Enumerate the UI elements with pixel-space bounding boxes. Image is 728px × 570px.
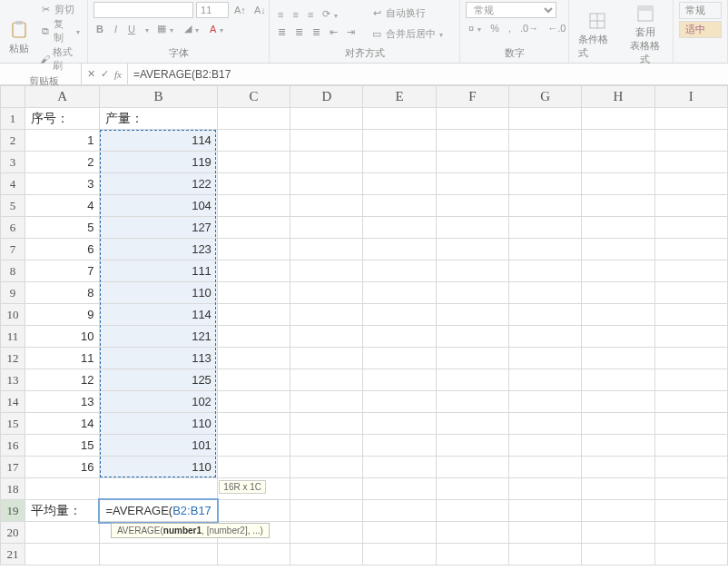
cell-G14[interactable] [509, 391, 582, 413]
row-header-17[interactable]: 17 [1, 457, 25, 478]
row-header-20[interactable]: 20 [1, 522, 25, 544]
cell-C16[interactable] [217, 435, 290, 457]
cell-I8[interactable] [654, 260, 727, 282]
table-format-button[interactable]: 套用 表格格式 [623, 2, 667, 68]
cell-G3[interactable] [509, 152, 582, 173]
increase-font-button[interactable]: A↑ [231, 3, 249, 17]
cell-A9[interactable]: 8 [25, 282, 99, 304]
cell-G5[interactable] [509, 195, 582, 217]
cell-F20[interactable] [436, 522, 508, 544]
cell-F13[interactable] [436, 369, 508, 391]
select-all-corner[interactable] [1, 86, 25, 108]
cell-H3[interactable] [582, 152, 654, 173]
cell-C11[interactable] [217, 326, 290, 348]
cell-B21[interactable] [100, 544, 217, 565]
cell-F10[interactable] [436, 304, 508, 326]
cell-H11[interactable] [582, 326, 654, 348]
cell-F2[interactable] [436, 130, 508, 152]
cell-I3[interactable] [654, 152, 727, 173]
cell-C7[interactable] [217, 239, 290, 260]
cell-H9[interactable] [582, 282, 654, 304]
align-middle-button[interactable]: ≡ [290, 6, 300, 22]
cell-G8[interactable] [509, 260, 582, 282]
merge-center-button[interactable]: ▭ 合并后居中 [367, 25, 446, 43]
cell-E21[interactable] [363, 544, 436, 565]
cell-D3[interactable] [290, 152, 363, 173]
cell-D2[interactable] [290, 130, 363, 152]
align-center-button[interactable]: ≣ [292, 25, 306, 40]
cell-F1[interactable] [436, 108, 508, 130]
cell-F17[interactable] [436, 457, 508, 478]
column-header-H[interactable]: H [582, 86, 654, 108]
cell-H14[interactable] [582, 391, 654, 413]
cell-A10[interactable]: 9 [25, 304, 99, 326]
cell-G15[interactable] [509, 413, 582, 435]
cell-D21[interactable] [290, 544, 363, 565]
row-header-6[interactable]: 6 [1, 217, 25, 239]
percent-button[interactable]: % [487, 21, 502, 35]
cell-B8[interactable]: 111 [100, 260, 217, 282]
cell-B9[interactable]: 110 [100, 282, 217, 304]
cell-I18[interactable] [654, 478, 727, 500]
cell-B18[interactable] [100, 478, 217, 500]
cell-H17[interactable] [582, 457, 654, 478]
column-header-E[interactable]: E [363, 86, 436, 108]
row-header-14[interactable]: 14 [1, 391, 25, 413]
cell-B1[interactable]: 产量： [100, 108, 217, 130]
cell-F15[interactable] [436, 413, 508, 435]
cell-A11[interactable]: 10 [25, 326, 99, 348]
row-header-11[interactable]: 11 [1, 326, 25, 348]
cell-B11[interactable]: 121 [100, 326, 217, 348]
cell-H12[interactable] [582, 348, 654, 369]
cell-A6[interactable]: 5 [25, 217, 99, 239]
cell-E19[interactable] [363, 500, 436, 522]
cell-G2[interactable] [509, 130, 582, 152]
cell-H2[interactable] [582, 130, 654, 152]
underline-button[interactable]: U [125, 22, 138, 36]
column-header-A[interactable]: A [25, 86, 99, 108]
cell-G9[interactable] [509, 282, 582, 304]
cell-A1[interactable]: 序号： [25, 108, 99, 130]
cell-F11[interactable] [436, 326, 508, 348]
cell-A18[interactable] [25, 478, 99, 500]
row-header-3[interactable]: 3 [1, 152, 25, 173]
row-header-9[interactable]: 9 [1, 282, 25, 304]
cell-H10[interactable] [582, 304, 654, 326]
column-header-B[interactable]: B [100, 86, 217, 108]
cell-A19[interactable]: 平均量： [25, 500, 99, 522]
decrease-font-button[interactable]: A↓ [251, 3, 269, 17]
cell-F6[interactable] [436, 217, 508, 239]
cell-G20[interactable] [509, 522, 582, 544]
indent-dec-button[interactable]: ⇤ [327, 25, 340, 40]
cell-B19[interactable]: =AVERAGE(B2:B17 [100, 500, 217, 522]
cell-D9[interactable] [290, 282, 363, 304]
cell-E16[interactable] [363, 435, 436, 457]
cell-A17[interactable]: 16 [25, 457, 99, 478]
column-header-C[interactable]: C [217, 86, 290, 108]
row-header-5[interactable]: 5 [1, 195, 25, 217]
cell-G11[interactable] [509, 326, 582, 348]
style-normal[interactable]: 常规 [679, 2, 722, 19]
cell-C17[interactable] [217, 457, 290, 478]
font-size-select[interactable] [196, 2, 229, 18]
column-header-I[interactable]: I [654, 86, 727, 108]
cell-F3[interactable] [436, 152, 508, 173]
cell-F12[interactable] [436, 348, 508, 369]
row-header-8[interactable]: 8 [1, 260, 25, 282]
cell-H21[interactable] [582, 544, 654, 565]
cell-E3[interactable] [363, 152, 436, 173]
cell-F14[interactable] [436, 391, 508, 413]
cell-C1[interactable] [217, 108, 290, 130]
cell-A7[interactable]: 6 [25, 239, 99, 260]
cell-G1[interactable] [509, 108, 582, 130]
worksheet-grid[interactable]: ABCDEFGHI 1序号：产量：21114321194312254104651… [0, 85, 728, 570]
formula-cancel-button[interactable]: ✕ [87, 68, 95, 80]
cell-E1[interactable] [363, 108, 436, 130]
cell-I6[interactable] [654, 217, 727, 239]
cell-H4[interactable] [582, 173, 654, 195]
cell-G6[interactable] [509, 217, 582, 239]
row-header-12[interactable]: 12 [1, 348, 25, 369]
wrap-text-button[interactable]: ↩ 自动换行 [367, 4, 446, 22]
cell-I17[interactable] [654, 457, 727, 478]
cell-I19[interactable] [654, 500, 727, 522]
